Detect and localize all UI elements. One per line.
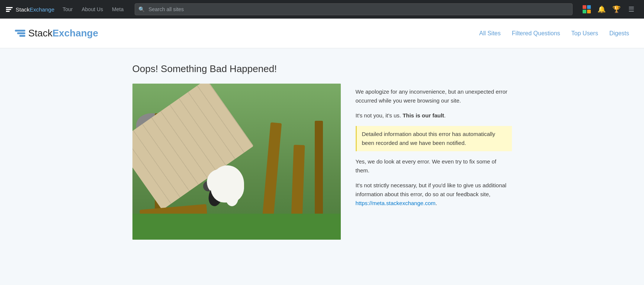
sub-header: StackExchange All Sites Filtered Questio… [0,19,644,48]
nav-link-tour[interactable]: Tour [59,0,76,19]
error-paragraph-3: Yes, we do look at every error. We even … [356,157,512,175]
error-paragraph-4: It's not strictly necessary, but if you'… [356,181,512,208]
sub-nav-top-users[interactable]: Top Users [571,30,598,37]
help-icon: ☰ [628,5,634,13]
sub-nav-digests[interactable]: Digests [609,30,629,37]
logo-text: StackExchange [28,27,98,39]
highlight-box: Detailed information about this error ha… [356,126,512,151]
colorful-grid-icon [583,5,591,13]
sub-nav-filtered-questions[interactable]: Filtered Questions [512,30,560,37]
sub-nav: All Sites Filtered Questions Top Users D… [479,30,629,37]
nav-link-about[interactable]: About Us [78,0,107,19]
inbox-button[interactable]: 🔔 [595,3,608,16]
navbar: StackExchange Tour About Us Meta 🔍 🔔 🏆 ☰ [0,0,644,19]
search-input[interactable] [135,3,573,15]
slide-support-right [291,145,305,220]
logo-stacks-icon [15,30,25,37]
navbar-right: 🔔 🏆 ☰ [580,3,638,16]
error-paragraph-1: We apologize for any inconvenience, but … [356,87,512,105]
sub-nav-all-sites[interactable]: All Sites [479,30,501,37]
feedback-link[interactable]: https://meta.stackexchange.com [356,200,436,206]
bg-pole-1 [315,121,323,217]
site-logo[interactable]: StackExchange [15,27,98,39]
search-icon: 🔍 [138,6,145,12]
error-title: Oops! Something Bad Happened! [132,63,512,75]
grass [132,214,341,240]
help-button[interactable]: ☰ [625,3,638,16]
panda-torso [211,165,244,203]
panda-scene [132,84,341,240]
inbox-icon: 🔔 [597,5,606,13]
navbar-brand[interactable]: StackExchange [6,6,54,13]
search-bar: 🔍 [135,3,573,15]
panda-body [207,150,251,203]
sites-grid-button[interactable] [580,3,593,16]
brand-text: StackExchange [16,6,54,13]
achievements-button[interactable]: 🏆 [610,3,623,16]
error-text-panel: We apologize for any inconvenience, but … [356,84,512,214]
trophy-icon: 🏆 [612,5,621,13]
slide-support-left [262,122,282,220]
error-paragraph-2: It's not you, it's us. This is our fault… [356,111,512,120]
nav-link-meta[interactable]: Meta [108,0,127,19]
error-body: We apologize for any inconvenience, but … [132,84,512,240]
panda-image [132,84,341,240]
main-content: Oops! Something Bad Happened! [118,63,527,240]
hamburger-icon [6,7,13,12]
